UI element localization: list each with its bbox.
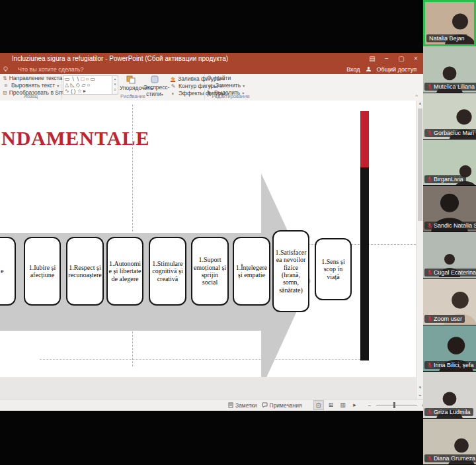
zoom-shared-screen: Incluziunea sigura a refugiatilor - Powe… [0,0,476,465]
slide-canvas[interactable]: NDAMENTALE ot e 1.Iubire și afecțiune 1.… [0,101,416,377]
collapse-ribbon-icon[interactable]: ^ [415,93,418,99]
minimize-icon[interactable]: − [379,53,394,64]
shapes-gallery-scroll[interactable]: ▴▾≡ [112,75,118,95]
participant-name: Mutelica Liliana [434,83,475,90]
participant-tile[interactable]: BirganLivia [423,140,476,186]
title-bar[interactable]: Incluziunea sigura a refugiatilor - Powe… [0,53,423,64]
ribbon-group-paragraph: ⇅ Направление текста▾ ≡ Выровнять текст▾… [0,74,62,100]
slide-accent-bar-black[interactable] [360,167,369,360]
user-icon [366,66,372,72]
need-box[interactable]: 1.Sens și scop în viață [315,238,352,300]
search-icon [207,75,213,81]
muted-mic-icon [427,409,432,415]
view-reading-button[interactable]: ▥ [338,400,348,409]
muted-mic-icon [427,83,432,90]
need-box[interactable]: 1.Iubire și afecțiune [24,237,61,306]
share-button[interactable]: Общий доступ [377,66,416,73]
vertical-scrollbar[interactable]: ▲ ▼ ⏷ [416,101,423,399]
ribbon-group-editing: Найти ⇄ Заменить▾ Выделить▾ Редактирован… [204,74,257,100]
chevron-down-icon: ▾ [57,83,59,88]
zoom-slider[interactable] [376,405,417,405]
participant-tile[interactable]: Irina Bilici, șefa [423,325,476,372]
participant-name: Sandic Natalia S [434,222,476,229]
group-label-drawing: Рисование [61,93,204,99]
window-title: Incluziunea sigura a refugiatilor - Powe… [12,55,228,62]
muted-mic-icon [427,130,432,136]
ribbon-group-drawing: ▭ ∖ ∖ □ ○ ▭ △ ◺ ◇ ▱ ○ ∿ ( ) ☆ ▸ ▴▾≡ Упор… [61,74,205,100]
need-box[interactable]: 1.Stimulare cognitivă și creativă [149,237,186,306]
next-slide-icon[interactable]: ⏷ [416,394,423,398]
participant-tile[interactable]: Gorbaciuc Mari [423,93,476,140]
zoom-slider-thumb[interactable] [393,402,395,408]
view-slideshow-button[interactable]: ▸ [350,400,360,409]
view-normal-button[interactable]: ⊡ [313,400,324,410]
find-button[interactable]: Найти [207,75,257,81]
arrange-icon [126,75,136,84]
participant-tile[interactable]: Natalia Bejan [423,0,476,46]
participant-name: Griza Ludmila [434,409,471,415]
muted-mic-icon [427,222,432,229]
participant-name: Natalia Bejan [429,35,465,42]
participant-name: Zoom user [434,316,462,322]
muted-mic-icon [427,269,432,276]
comments-icon [262,402,268,408]
muted-mic-icon [427,176,432,183]
group-label-editing: Редактирование [204,93,257,99]
lightbulb-icon [3,66,9,72]
shapes-gallery[interactable]: ▭ ∖ ∖ □ ○ ▭ △ ◺ ◇ ▱ ○ ∿ ( ) ☆ ▸ [63,75,113,95]
tell-me-label[interactable]: Что вы хотите сделать? [18,66,84,73]
chevron-down-icon: ▾ [243,83,245,88]
participant-tile[interactable]: Sandic Natalia S [423,186,476,232]
ribbon-display-options-icon[interactable]: ▤ [365,53,379,64]
close-icon[interactable]: × [409,53,423,64]
restore-icon[interactable]: ▢ [394,53,409,64]
notes-icon [228,402,233,408]
zoom-out-button[interactable]: − [368,402,372,409]
notes-button[interactable]: Заметки [228,402,257,409]
text-direction-icon: ⇅ [3,75,7,81]
scroll-up-icon[interactable]: ▲ [416,101,423,105]
need-box[interactable]: 1.Respect și recunoaștere [66,237,104,306]
sign-in-button[interactable]: Вход [346,66,360,73]
shapes-row[interactable]: △ ◺ ◇ ▱ ○ [65,82,112,88]
zoom-participants-sidebar: Natalia Bejan Mutelica Liliana Gorbaciuc… [423,0,476,465]
view-sorter-button[interactable]: ⊞ [327,400,336,409]
scrollbar-thumb[interactable] [418,108,422,221]
ribbon: ⇅ Направление текста▾ ≡ Выровнять текст▾… [0,74,423,101]
muted-mic-icon [427,362,432,368]
align-text-button[interactable]: ≡ Выровнять текст▾ [3,82,61,89]
shape-fill-icon [170,76,176,82]
shape-outline-icon: ✎ [170,83,177,89]
participant-name: Irina Bilici, șefa [434,362,474,368]
participant-tile[interactable]: Griza Ludmila [423,372,476,418]
replace-icon: ⇄ [207,83,214,89]
need-box[interactable]: 1.Autonomie și libertate de alegere [106,237,143,306]
participant-name: BirganLivia [434,176,463,183]
participant-tile[interactable]: Diana Grumeza [423,419,476,465]
participant-name: Diana Grumeza [434,455,475,462]
need-box-partial[interactable]: ot e [0,237,16,306]
replace-button[interactable]: ⇄ Заменить▾ [207,82,257,89]
shapes-row[interactable]: ▭ ∖ ∖ □ ○ ▭ [65,76,112,82]
participant-name: Cugal Ecaterina [434,269,476,276]
powerpoint-window: Incluziunea sigura a refugiatilor - Powe… [0,53,423,410]
text-direction-button[interactable]: ⇅ Направление текста▾ [3,75,61,81]
status-bar: Заметки Примечания ⊡ ⊞ ▥ ▸ − + 100% ⊠ [0,399,423,411]
quick-styles-icon [150,75,159,83]
need-box[interactable]: 1.Satisfacerea nevoilor fizice (hrană, s… [272,230,309,312]
slide-accent-bar-red[interactable] [360,111,369,167]
slide-editing-area: NDAMENTALE ot e 1.Iubire și afecțiune 1.… [0,101,423,399]
need-box[interactable]: 1.Înțelegere și empatie [233,237,270,306]
comments-button[interactable]: Примечания [262,402,302,409]
need-box[interactable]: 1.Suport emoțional și sprijin social [191,237,229,306]
muted-mic-icon [427,455,432,462]
participant-tile[interactable]: Mutelica Liliana [423,46,476,93]
participant-tile[interactable]: Zoom user [423,279,476,325]
participant-name: Gorbaciuc Mari [434,130,474,136]
align-text-icon: ≡ [3,83,9,89]
muted-mic-icon [427,316,432,322]
group-label-paragraph: Абзац [0,93,61,99]
participant-tile[interactable]: Cugal Ecaterina [423,232,476,278]
tell-me-bar: Что вы хотите сделать? Вход Общий доступ [0,64,423,74]
scroll-down-icon[interactable]: ▼ [416,386,423,390]
